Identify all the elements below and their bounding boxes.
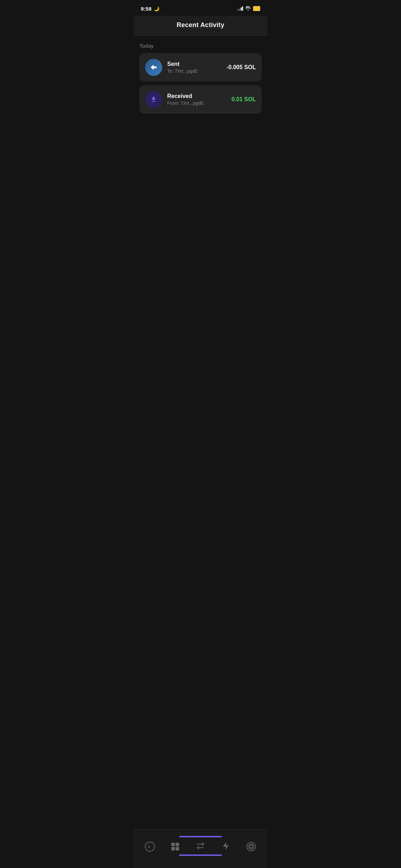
- transaction-card-received[interactable]: Received From: 7Xrt...pgdE 0.01 SOL: [139, 85, 262, 114]
- signal-icon: [237, 6, 243, 11]
- signal-bar-3: [241, 7, 242, 11]
- section-label-today: Today: [139, 43, 262, 49]
- transaction-card-sent[interactable]: Sent To: 7Xrt...pgdE -0.005 SOL: [139, 53, 262, 82]
- moon-icon: 🌙: [154, 6, 159, 11]
- sent-icon: [145, 59, 162, 76]
- time-display: 9:58: [141, 6, 151, 12]
- battery-icon: ⚡: [253, 6, 260, 11]
- sent-details: Sent To: 7Xrt...pgdE: [167, 61, 198, 74]
- received-details: Received From: 7Xrt...pgdE: [167, 93, 204, 106]
- sent-title: Sent: [167, 61, 198, 67]
- page-header: Recent Activity: [134, 16, 267, 36]
- transaction-left-received: Received From: 7Xrt...pgdE: [145, 91, 204, 108]
- signal-bar-2: [239, 9, 240, 11]
- status-icons: ⚡: [237, 6, 261, 11]
- received-title: Received: [167, 93, 204, 99]
- sent-amount: -0.005 SOL: [226, 64, 256, 71]
- received-icon: [145, 91, 162, 108]
- transaction-left-sent: Sent To: 7Xrt...pgdE: [145, 59, 198, 76]
- wifi-icon: [245, 6, 251, 11]
- page-title: Recent Activity: [141, 21, 260, 29]
- battery-bolt-icon: ⚡: [255, 7, 259, 11]
- status-time: 9:58 🌙: [141, 6, 159, 12]
- main-content: Today Sent To: 7Xrt...pgdE -0.005 SOL: [134, 36, 267, 114]
- signal-bar-1: [237, 9, 238, 11]
- sent-address: To: 7Xrt...pgdE: [167, 68, 198, 74]
- signal-bar-4: [242, 6, 243, 11]
- received-amount: 0.01 SOL: [232, 96, 256, 103]
- status-bar: 9:58 🌙 ⚡: [134, 0, 267, 16]
- received-address: From: 7Xrt...pgdE: [167, 100, 204, 106]
